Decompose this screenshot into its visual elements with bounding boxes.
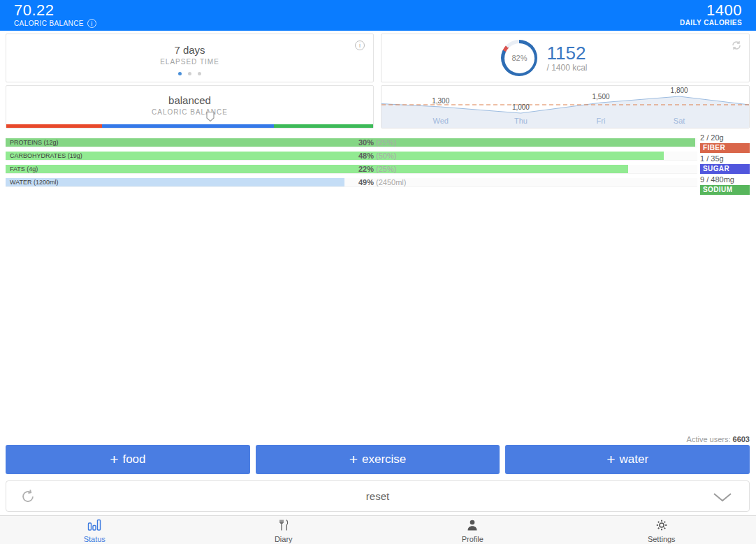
nutrient-label: CARBOHYDRATES (19g) xyxy=(10,152,82,161)
tab-diary[interactable]: Diary xyxy=(189,516,379,544)
svg-text:1,800: 1,800 xyxy=(671,87,688,94)
calorie-progress-ring: 82% xyxy=(501,40,537,76)
tab-bar: Status Diary Profile xyxy=(0,515,756,544)
header: 70.22 CALORIC BALANCE i 1400 DAILY CALOR… xyxy=(0,0,756,31)
calorie-progress-percent: 82% xyxy=(504,43,535,73)
balance-marker-icon xyxy=(205,111,215,125)
nutrient-bars: PROTEINS (12g) 30%(25%) CARBOHYDRATES (1… xyxy=(6,138,697,191)
nutrient-label: WATER (1200ml) xyxy=(10,178,59,187)
sync-icon[interactable] xyxy=(731,40,742,54)
micronutrient-badges: 2 / 20g FIBER 1 / 35g SUGAR 9 / 480mg SO… xyxy=(700,133,750,196)
add-water-label: water xyxy=(620,453,649,466)
carousel-dot[interactable] xyxy=(188,72,191,75)
calories-card: 82% 1152 / 1400 kcal xyxy=(381,34,750,82)
caloric-balance-card-label: CALORIC BALANCE xyxy=(152,108,228,116)
header-daily-calories: 1400 DAILY CALORIES xyxy=(680,2,742,31)
carousel-dot[interactable] xyxy=(198,72,201,75)
nutrient-row: FATS (4g) 22%(25%) xyxy=(6,165,697,174)
carousel-dots xyxy=(178,72,201,75)
svg-text:Fri: Fri xyxy=(597,117,606,125)
caloric-balance-value: 70.22 xyxy=(14,2,96,19)
chevron-down-icon[interactable] xyxy=(713,492,732,505)
nutrient-percent: 22% xyxy=(358,165,374,173)
balance-scale-bar xyxy=(6,124,373,128)
utensils-icon xyxy=(277,519,290,534)
calorie-history-chart: 1,3001,0001,5001,800WedThuFriSat xyxy=(381,86,749,128)
nutrient-label: PROTEINS (12g) xyxy=(10,138,59,147)
badge-value: 2 / 20g xyxy=(700,133,750,142)
app: 70.22 CALORIC BALANCE i 1400 DAILY CALOR… xyxy=(0,0,756,544)
plus-icon: + xyxy=(110,453,118,466)
calories-goal-label: / 1400 kcal xyxy=(546,63,587,73)
add-exercise-button[interactable]: + exercise xyxy=(256,445,500,474)
nutrient-goal: (25%) xyxy=(376,165,396,173)
badge-value: 1 / 35g xyxy=(700,154,750,163)
add-exercise-label: exercise xyxy=(362,453,406,466)
nutrient-fill xyxy=(6,165,628,173)
nutrient-row: CARBOHYDRATES (19g) 48%(50%) xyxy=(6,152,697,161)
tab-profile-label: Profile xyxy=(462,535,484,543)
svg-text:Sat: Sat xyxy=(674,117,685,125)
active-users-label: Active users: xyxy=(687,435,731,443)
nutrient-badge: 2 / 20g FIBER xyxy=(700,133,750,153)
badge-label: FIBER xyxy=(700,143,750,153)
nutrient-badge: 9 / 480mg SODIUM xyxy=(700,175,750,195)
nutrient-row: PROTEINS (12g) 30%(25%) xyxy=(6,138,697,147)
tab-status-label: Status xyxy=(84,535,106,543)
person-icon xyxy=(466,519,479,534)
nutrient-percent: 49% xyxy=(358,178,374,186)
tab-settings-label: Settings xyxy=(648,535,676,543)
nutrient-label: FATS (4g) xyxy=(10,165,38,174)
nutrient-goal: (50%) xyxy=(376,152,396,160)
active-users-count: 6603 xyxy=(733,435,750,443)
tab-settings[interactable]: Settings xyxy=(567,516,756,544)
nutrient-row: WATER (1200ml) 49%(2450ml) xyxy=(6,178,697,187)
elapsed-time-card[interactable]: 7 days ELAPSED TIME i xyxy=(6,34,374,82)
info-icon[interactable]: i xyxy=(355,41,365,50)
info-icon[interactable]: i xyxy=(87,19,96,28)
badge-label: SODIUM xyxy=(700,185,750,195)
svg-text:Wed: Wed xyxy=(432,117,448,125)
plus-icon: + xyxy=(606,453,615,466)
daily-calories-label: DAILY CALORIES xyxy=(680,19,742,27)
tab-profile[interactable]: Profile xyxy=(378,516,567,544)
tab-status[interactable]: Status xyxy=(0,516,189,544)
elapsed-time-label: ELAPSED TIME xyxy=(160,58,219,66)
svg-text:1,000: 1,000 xyxy=(512,103,530,111)
add-water-button[interactable]: + water xyxy=(505,445,750,474)
badge-label: SUGAR xyxy=(700,164,750,174)
add-food-label: food xyxy=(122,453,145,466)
gear-icon xyxy=(655,519,668,534)
reset-bar[interactable]: reset xyxy=(6,480,750,512)
balance-segment xyxy=(274,124,373,128)
caloric-balance-status: balanced xyxy=(168,94,211,106)
balance-segment xyxy=(6,124,102,128)
header-caloric-balance: 70.22 CALORIC BALANCE i xyxy=(14,2,96,31)
balance-segment xyxy=(102,124,275,128)
nutrient-fill xyxy=(6,152,664,160)
svg-text:1,300: 1,300 xyxy=(432,97,449,105)
svg-text:Thu: Thu xyxy=(514,117,528,125)
add-food-button[interactable]: + food xyxy=(6,445,250,474)
badge-value: 9 / 480mg xyxy=(700,175,750,184)
calories-consumed-value: 1152 xyxy=(546,44,587,62)
calorie-history-chart-card: 1,3001,0001,5001,800WedThuFriSat xyxy=(381,85,750,128)
nutrient-percent: 48% xyxy=(358,152,374,160)
carousel-dot[interactable] xyxy=(178,72,182,75)
daily-calories-value: 1400 xyxy=(680,2,742,19)
reset-icon[interactable] xyxy=(20,488,36,508)
caloric-balance-label: CALORIC BALANCE xyxy=(14,20,84,27)
tab-diary-label: Diary xyxy=(275,535,293,543)
action-buttons: + food + exercise + water xyxy=(6,445,750,474)
elapsed-time-value: 7 days xyxy=(174,44,205,56)
svg-text:1,500: 1,500 xyxy=(592,93,609,101)
nutrient-percent: 30% xyxy=(358,138,374,147)
caloric-balance-card: balanced CALORIC BALANCE xyxy=(6,85,374,128)
reset-label: reset xyxy=(366,490,389,502)
active-users: Active users:6603 xyxy=(687,435,750,443)
nutrient-goal: (2450ml) xyxy=(376,178,406,186)
nutrient-badge: 1 / 35g SUGAR xyxy=(700,154,750,174)
plus-icon: + xyxy=(349,453,358,466)
nutrient-fill xyxy=(6,138,695,147)
nutrient-goal: (25%) xyxy=(376,138,396,147)
